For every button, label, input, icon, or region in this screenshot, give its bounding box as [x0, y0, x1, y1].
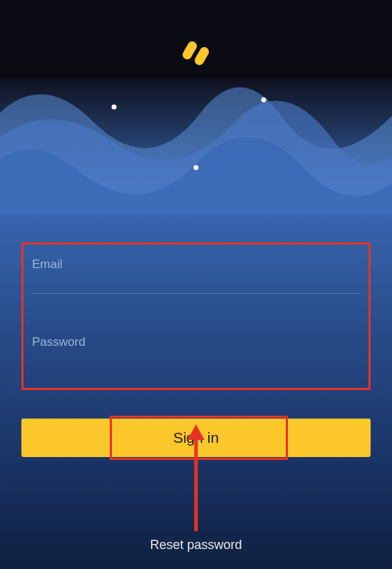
background-waves	[0, 0, 392, 214]
email-input[interactable]	[32, 277, 360, 294]
svg-marker-7	[187, 424, 205, 440]
input-highlight-box: Email Password	[21, 242, 371, 390]
email-field-wrap: Email	[32, 257, 360, 294]
password-input[interactable]	[32, 355, 360, 371]
reset-password-link[interactable]: Reset password	[0, 538, 392, 553]
password-label: Password	[32, 335, 360, 355]
annotation-arrow-icon	[185, 424, 207, 531]
svg-point-3	[262, 98, 267, 103]
svg-point-1	[112, 105, 117, 110]
password-field-wrap: Password	[32, 335, 360, 371]
app-logo-icon	[180, 36, 212, 74]
email-label: Email	[32, 257, 360, 277]
svg-point-2	[194, 165, 199, 170]
